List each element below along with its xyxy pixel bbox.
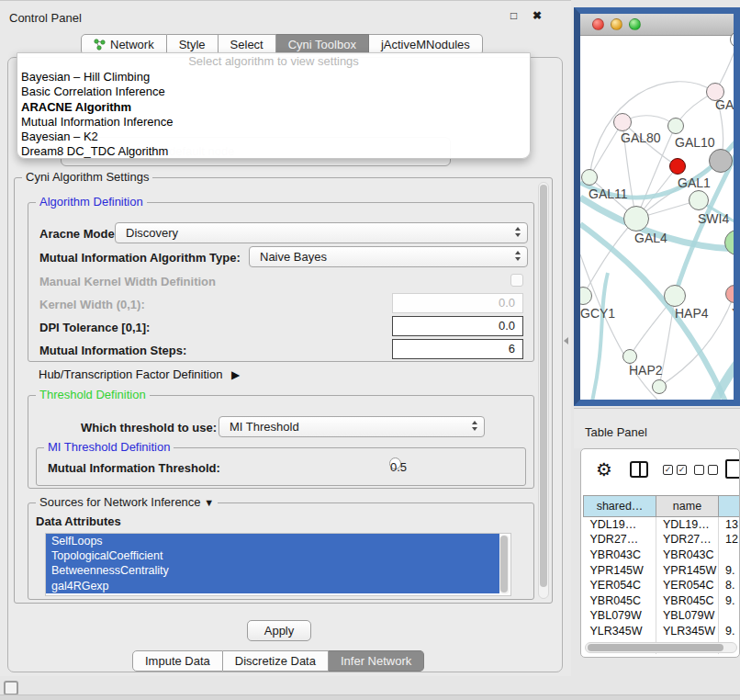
network-view-window[interactable]: GAL80 GAL10 GAL1 GAL11 SWI4 GAL4 GCY1 HA… (574, 7, 740, 406)
tab-discretize-data-label: Discretize Data (235, 654, 316, 668)
node-label-partial: GAL (715, 97, 740, 112)
node-label: GAL10 (675, 135, 715, 150)
table-panel-title: Table Panel (585, 425, 647, 439)
sources-title: Sources for Network Inference ▼ (36, 495, 218, 509)
column-header[interactable]: name (656, 496, 719, 517)
node-red-selected[interactable] (669, 158, 686, 175)
column-header[interactable]: shared… (584, 496, 656, 517)
settings-scrollbar-thumb[interactable] (540, 185, 547, 587)
data-attributes-list[interactable]: SelfLoops TopologicalCoefficient Between… (45, 533, 511, 596)
tab-infer-network[interactable]: Infer Network (329, 650, 424, 672)
cyni-bottom-tabbar: Impute Data Discretize Data Infer Networ… (132, 650, 424, 672)
node-partial-top[interactable] (730, 31, 740, 48)
splitter-handle[interactable] (564, 337, 568, 344)
node-label: HAP4 (675, 306, 709, 321)
algorithm-definition-title: Algorithm Definition (36, 195, 147, 209)
mi-algorithm-type-combo[interactable]: Naive Bayes (249, 246, 528, 267)
table-row[interactable]: YDR27…YDR27…12 (584, 532, 740, 548)
node-gal4[interactable] (623, 206, 649, 231)
mi-threshold-label: Mutual Information Threshold: (48, 461, 220, 475)
node-label-partial: Y (732, 306, 740, 321)
tab-select-label: Select (230, 38, 263, 51)
table-hscrollbar[interactable] (585, 642, 737, 653)
list-item[interactable]: TopologicalCoefficient (46, 548, 499, 563)
table-hscrollbar-thumb[interactable] (588, 644, 723, 651)
threshold-definition-title: Threshold Definition (36, 388, 150, 401)
node-hap2[interactable] (622, 349, 637, 364)
list-item[interactable]: SelfLoops (46, 534, 499, 548)
kernel-width-field[interactable]: 0.0 (392, 293, 523, 313)
node-gray-hub[interactable] (709, 149, 733, 173)
table-row[interactable]: YER054CYER054C8. (584, 578, 740, 593)
apply-button-label: Apply (264, 624, 295, 638)
algorithm-option[interactable]: Dream8 DC_TDC Algorithm (17, 144, 530, 159)
settings-scrollbar[interactable] (538, 182, 549, 599)
dpi-tolerance-field[interactable]: 0.0 (392, 316, 523, 336)
algorithm-option[interactable]: Bayesian – Hill Climbing (17, 70, 530, 85)
expander-down-icon[interactable]: ▼ (204, 497, 214, 508)
hub-expander[interactable]: Hub/Transcription Factor Definition ▶ (39, 367, 240, 381)
kernel-width-label: Kernel Width (0,1): (39, 298, 145, 311)
algorithm-option-selected[interactable]: ARACNE Algorithm (17, 100, 530, 115)
aracne-mode-combo[interactable]: Discovery (115, 222, 528, 243)
manual-kernel-checkbox[interactable] (510, 274, 523, 287)
stepper-icon (515, 251, 521, 261)
tab-discretize-data[interactable]: Discretize Data (223, 650, 329, 672)
table-row[interactable]: YBR045CYBR045C9. (584, 593, 740, 608)
node-salmon[interactable] (725, 285, 740, 303)
attributes-scrollbar[interactable] (499, 535, 510, 594)
zoom-window-icon[interactable] (629, 18, 641, 30)
node-bottom[interactable] (652, 379, 667, 394)
which-threshold-label: Which threshold to use: (81, 421, 217, 435)
select-all-columns-icon[interactable]: ✓ ✓ (663, 465, 687, 475)
unselect-all-columns-icon[interactable] (694, 465, 718, 475)
node-hap4[interactable] (664, 285, 686, 307)
screen: Control Panel □ ✖ Network Style Select (0, 0, 740, 700)
mi-steps-label: Mutual Information Steps: (39, 344, 186, 357)
dpi-tolerance-label: DPI Tolerance [0,1]: (39, 321, 150, 334)
table-row[interactable]: YBL079WYBL079W (584, 608, 740, 624)
node-gal80[interactable] (613, 113, 632, 131)
data-attributes-label: Data Attributes (36, 514, 121, 528)
tab-infer-network-label: Infer Network (341, 654, 411, 668)
node-gcy1[interactable] (574, 287, 592, 305)
node-gal10[interactable] (667, 118, 684, 134)
algorithm-option[interactable]: Basic Correlation Inference (17, 85, 530, 99)
list-item[interactable]: BetweennessCentrality (46, 563, 499, 578)
export-table-icon[interactable] (725, 459, 740, 479)
network-window-titlebar[interactable] (580, 14, 734, 36)
node-gal11[interactable] (581, 169, 598, 186)
columns-icon[interactable] (630, 461, 648, 478)
collapsed-panel-icon[interactable] (4, 681, 18, 695)
mi-algorithm-type-label: Mutual Information Algorithm Type: (39, 251, 241, 265)
mi-threshold-group: MI Threshold Definition Mutual Informati… (36, 447, 526, 486)
tab-impute-data[interactable]: Impute Data (132, 650, 223, 672)
attributes-scrollbar-thumb[interactable] (500, 536, 508, 593)
algorithm-option[interactable]: Mutual Information Inference (17, 115, 530, 130)
close-window-icon[interactable] (592, 18, 604, 30)
table-row[interactable]: YBR043CYBR043C (584, 548, 740, 563)
manual-kernel-label: Manual Kernel Width Definition (39, 275, 216, 288)
table-row[interactable]: YLR345WYLR345W9. (584, 624, 740, 639)
column-header[interactable] (719, 496, 740, 517)
mi-threshold-field[interactable]: 0.5 (389, 457, 401, 469)
gear-icon[interactable]: ⚙ (596, 458, 612, 480)
which-threshold-combo[interactable]: MI Threshold (219, 416, 485, 437)
network-canvas[interactable]: GAL80 GAL10 GAL1 GAL11 SWI4 GAL4 GCY1 HA… (580, 36, 734, 400)
algorithm-dropdown-placeholder: Select algorithm to view settings (17, 53, 530, 70)
node-gal1[interactable] (689, 190, 709, 210)
mi-steps-field[interactable]: 6 (392, 339, 523, 359)
table-row[interactable]: YPR145WYPR145W9. (584, 562, 740, 578)
cyni-algorithm-settings-group: Cyni Algorithm Settings Algorithm Defini… (14, 177, 553, 604)
aracne-mode-label: Aracne Mode: (39, 227, 118, 241)
minimize-window-icon[interactable] (611, 18, 622, 30)
algorithm-option[interactable]: Bayesian – K2 (17, 130, 530, 144)
node-label: GAL80 (621, 130, 661, 145)
table-panel: ⚙ ✓ ✓ shared… name YDL19…YDL19…13 (580, 448, 740, 658)
apply-button[interactable]: Apply (247, 620, 311, 641)
close-panel-icon[interactable]: ✖ (533, 9, 542, 22)
float-panel-icon[interactable]: □ (510, 9, 517, 22)
tab-network-label: Network (110, 38, 154, 51)
table-row[interactable]: YDL19…YDL19…13 (584, 517, 740, 533)
list-item[interactable]: gal4RGexp (46, 579, 499, 593)
